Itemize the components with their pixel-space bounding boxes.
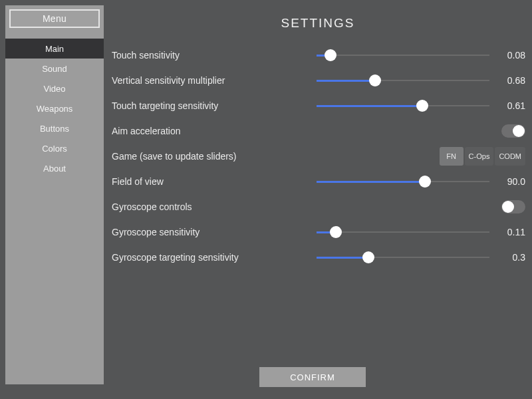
slider[interactable]	[317, 98, 489, 114]
sidebar-item-label: Buttons	[40, 124, 69, 134]
confirm-button-label: CONFIRM	[290, 372, 335, 382]
setting-label: Field of view	[112, 176, 298, 187]
setting-control: 0.11	[298, 219, 525, 245]
setting-value: 0.11	[495, 227, 525, 237]
segmented-control: FNC-OpsCODM	[440, 147, 525, 166]
sidebar-item-label: Video	[43, 84, 65, 94]
setting-label: Touch sensitivity	[112, 50, 298, 61]
setting-row: Vertical sensitivity multiplier0.68	[112, 68, 525, 93]
setting-value: 0.3	[495, 252, 525, 263]
segment-option[interactable]: FN	[440, 147, 464, 166]
sidebar-item-label: Main	[45, 44, 64, 54]
segment-option[interactable]: C-Ops	[465, 147, 494, 166]
sidebar-item-colors[interactable]: Colors	[5, 138, 104, 158]
sidebar-item-label: Sound	[42, 64, 67, 74]
settings-panel: Touch sensitivity0.08Vertical sensitivit…	[112, 43, 525, 352]
slider[interactable]	[317, 72, 489, 88]
setting-row: Aim acceleration	[112, 118, 525, 144]
sidebar-item-video[interactable]: Video	[5, 78, 104, 98]
sidebar: Menu MainSoundVideoWeaponsButtonsColorsA…	[5, 5, 104, 384]
setting-control: 0.61	[298, 93, 525, 118]
sidebar-item-buttons[interactable]: Buttons	[5, 118, 104, 138]
setting-value: 0.68	[495, 75, 525, 86]
slider[interactable]	[317, 174, 489, 190]
page-title: SETTINGS	[104, 16, 532, 31]
menu-button-label: Menu	[43, 13, 66, 24]
setting-value: 0.08	[495, 50, 525, 61]
setting-control	[298, 194, 525, 219]
menu-button[interactable]: Menu	[9, 9, 100, 28]
setting-row: Gyroscope controls	[112, 194, 525, 219]
setting-label: Aim acceleration	[112, 126, 298, 136]
setting-label: Gyroscope targeting sensitivity	[112, 252, 298, 263]
setting-control: 0.3	[298, 245, 525, 270]
setting-control: 0.68	[298, 68, 525, 93]
sidebar-item-label: Weapons	[37, 104, 73, 114]
slider[interactable]	[317, 249, 489, 265]
sidebar-item-label: About	[43, 164, 66, 174]
confirm-button[interactable]: CONFIRM	[259, 367, 366, 387]
sidebar-item-label: Colors	[42, 144, 67, 154]
sidebar-nav: MainSoundVideoWeaponsButtonsColorsAbout	[5, 39, 104, 178]
setting-label: Vertical sensitivity multiplier	[112, 75, 298, 86]
setting-control: 90.0	[298, 169, 525, 194]
setting-row: Field of view90.0	[112, 169, 525, 194]
sidebar-item-sound[interactable]: Sound	[5, 59, 104, 78]
setting-control: 0.08	[298, 43, 525, 68]
setting-label: Gyroscope sensitivity	[112, 227, 298, 237]
setting-value: 90.0	[495, 176, 525, 187]
setting-row: Touch targeting sensitivity0.61	[112, 93, 525, 118]
sidebar-item-weapons[interactable]: Weapons	[5, 98, 104, 118]
segment-option[interactable]: CODM	[495, 147, 525, 166]
setting-row: Game (save to update sliders)FNC-OpsCODM	[112, 144, 525, 169]
sidebar-item-main[interactable]: Main	[5, 39, 104, 59]
toggle[interactable]	[501, 200, 525, 213]
setting-label: Gyroscope controls	[112, 201, 298, 212]
setting-value: 0.61	[495, 100, 525, 111]
setting-row: Touch sensitivity0.08	[112, 43, 525, 68]
setting-row: Gyroscope targeting sensitivity0.3	[112, 245, 525, 270]
sidebar-item-about[interactable]: About	[5, 158, 104, 178]
setting-control	[298, 118, 525, 144]
setting-label: Game (save to update sliders)	[112, 151, 298, 162]
setting-row: Gyroscope sensitivity0.11	[112, 219, 525, 245]
slider[interactable]	[317, 224, 489, 240]
slider[interactable]	[317, 47, 489, 63]
toggle[interactable]	[501, 124, 525, 138]
setting-label: Touch targeting sensitivity	[112, 100, 298, 111]
setting-control: FNC-OpsCODM	[298, 144, 525, 169]
